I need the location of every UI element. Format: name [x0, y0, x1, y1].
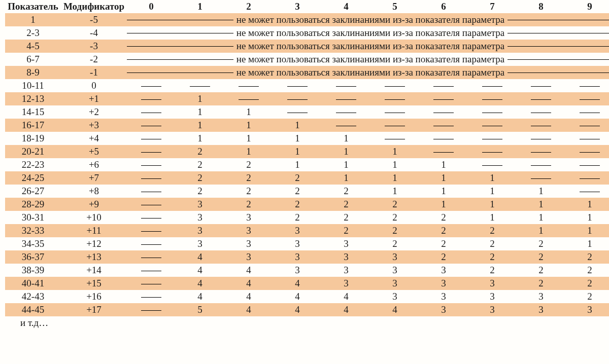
dash-icon — [482, 99, 502, 100]
cell-value — [468, 145, 517, 158]
cell-value: 1 — [176, 132, 224, 145]
cell-value — [565, 158, 609, 171]
cell-value: 1 — [273, 132, 322, 145]
table-row: 8-9-1не может пользоваться заклинаниями … — [5, 66, 609, 79]
dash-icon — [385, 113, 405, 113]
table-row: 32-33+11333222211 — [5, 224, 609, 237]
cell-value — [127, 79, 176, 92]
cell-value: 3 — [419, 290, 468, 303]
dash-icon — [141, 165, 161, 166]
cell-value: 1 — [565, 198, 609, 211]
cannot-cast-message: не может пользоваться заклинаниями из-за… — [127, 40, 609, 53]
dash-icon — [482, 126, 502, 126]
cell-value — [468, 119, 517, 132]
table-row: 10-110 — [5, 79, 609, 92]
cell-value: 1 — [517, 224, 565, 237]
cell-value — [127, 185, 176, 198]
col-mod: Модификатор — [61, 0, 127, 13]
cell-mod: +10 — [61, 211, 127, 224]
cell-value — [517, 105, 565, 119]
cell-mod: +12 — [61, 237, 127, 250]
cell-stat: 10-11 — [5, 79, 61, 92]
cell-value: 2 — [419, 250, 468, 264]
cell-mod: +4 — [61, 132, 127, 145]
cell-value — [517, 132, 565, 145]
cell-stat: 4-5 — [5, 40, 61, 53]
dash-icon — [385, 126, 405, 126]
cell-stat: 42-43 — [5, 290, 61, 303]
cell-value: 2 — [517, 277, 565, 290]
col-stat: Показатель — [5, 0, 61, 13]
cell-value: 1 — [224, 132, 273, 145]
cell-value — [127, 224, 176, 237]
cell-value: 2 — [565, 290, 609, 303]
cell-value — [468, 92, 517, 105]
cell-value — [468, 158, 517, 171]
cell-value: 1 — [224, 145, 273, 158]
dash-icon — [433, 126, 454, 126]
cell-value — [322, 105, 370, 119]
cell-value: 1 — [419, 158, 468, 171]
cell-value — [127, 119, 176, 132]
cell-value — [127, 132, 176, 145]
cell-value: 1 — [565, 224, 609, 237]
dash-icon — [141, 205, 161, 205]
dash-icon — [336, 113, 356, 113]
cell-value — [565, 185, 609, 198]
cell-value: 5 — [176, 303, 224, 316]
cell-value: 3 — [419, 303, 468, 316]
table-row: 28-29+9322221111 — [5, 198, 609, 211]
cell-stat: 32-33 — [5, 224, 61, 237]
table-row: 24-25+72221111 — [5, 171, 609, 185]
col-level-9: 9 — [565, 0, 609, 13]
dash-icon — [433, 86, 454, 87]
dash-icon — [580, 152, 600, 153]
cell-value: 3 — [322, 250, 370, 264]
cell-value — [127, 250, 176, 264]
dash-icon — [190, 86, 210, 87]
cell-value — [517, 92, 565, 105]
table-row: 30-31+10332222111 — [5, 211, 609, 224]
cell-value: 4 — [224, 303, 273, 316]
cell-mod: +15 — [61, 277, 127, 290]
cell-value — [517, 119, 565, 132]
cell-value: 1 — [322, 171, 370, 185]
cell-value — [127, 290, 176, 303]
cell-value: 3 — [224, 224, 273, 237]
cell-mod: +8 — [61, 185, 127, 198]
cell-stat: 34-35 — [5, 237, 61, 250]
cell-value: 2 — [176, 145, 224, 158]
cell-value: 1 — [370, 145, 419, 158]
dash-icon — [482, 86, 502, 87]
cell-value: 1 — [273, 145, 322, 158]
cell-value: 2 — [176, 158, 224, 171]
cell-value — [224, 92, 273, 105]
cell-value: 2 — [224, 158, 273, 171]
dash-icon — [531, 113, 551, 113]
cell-value: 3 — [370, 250, 419, 264]
dash-icon — [141, 126, 161, 126]
col-level-8: 8 — [517, 0, 565, 13]
cell-value — [273, 92, 322, 105]
dash-icon — [531, 165, 551, 166]
col-level-2: 2 — [224, 0, 273, 13]
cell-value — [565, 105, 609, 119]
cell-value: 2 — [370, 211, 419, 224]
table-row: 1-5не может пользоваться заклинаниями из… — [5, 13, 609, 26]
cell-value — [565, 92, 609, 105]
cell-value: 2 — [517, 264, 565, 277]
cell-value: 3 — [419, 277, 468, 290]
col-level-6: 6 — [419, 0, 468, 13]
cell-value: 2 — [419, 224, 468, 237]
cell-value: 2 — [565, 250, 609, 264]
cell-mod: +11 — [61, 224, 127, 237]
cell-value: 1 — [176, 105, 224, 119]
cell-value: 3 — [419, 264, 468, 277]
cell-value: 2 — [224, 171, 273, 185]
cell-mod: +6 — [61, 158, 127, 171]
cannot-cast-message: не может пользоваться заклинаниями из-за… — [127, 26, 609, 40]
cell-mod: +17 — [61, 303, 127, 316]
cell-value: 1 — [176, 119, 224, 132]
table-row: 2-3-4не может пользоваться заклинаниями … — [5, 26, 609, 40]
dash-icon — [385, 86, 405, 87]
